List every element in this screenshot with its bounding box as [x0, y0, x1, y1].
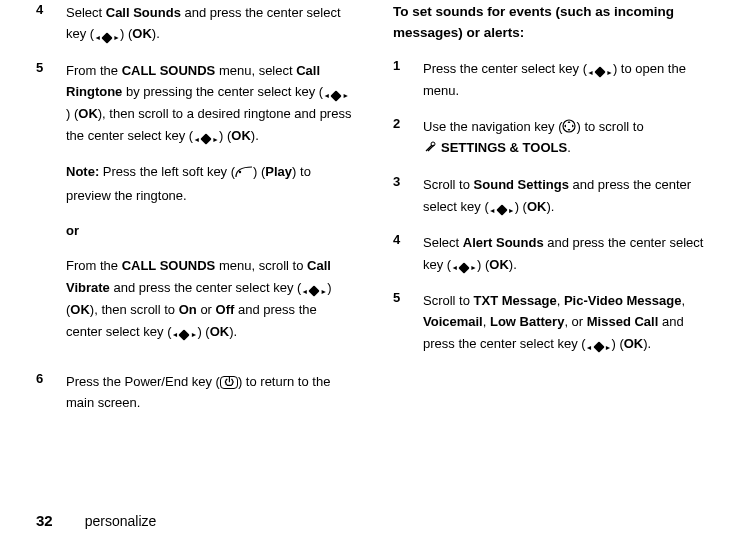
t: ). — [509, 257, 517, 272]
t: ) ( — [611, 336, 623, 351]
option-off: Off — [216, 302, 235, 317]
right-step5: 5 Scroll to TXT Message, Pic-Video Messa… — [393, 290, 710, 355]
step-body: Press the Power/End key (⏻) to return to… — [66, 371, 353, 414]
right-step3: 3 Scroll to Sound Settings and press the… — [393, 174, 710, 218]
t: and press the center select key ( — [110, 280, 301, 295]
right-step4: 4 Select Alert Sounds and press the cent… — [393, 232, 710, 276]
step-number: 5 — [36, 60, 66, 357]
t: ) ( — [253, 164, 265, 179]
ok-label: OK — [70, 302, 90, 317]
t: , — [483, 314, 490, 329]
t: Press the center select key ( — [423, 61, 587, 76]
menu-item-low-battery: Low Battery — [490, 314, 564, 329]
menu-item-voicemail: Voicemail — [423, 314, 483, 329]
right-column: To set sounds for events (such as incomi… — [393, 2, 710, 428]
right-step2: 2 Use the navigation key () to scroll to… — [393, 116, 710, 161]
step-number: 1 — [393, 58, 423, 102]
t: ) ( — [477, 257, 489, 272]
step-body: Select Call Sounds and press the center … — [66, 2, 353, 46]
center-select-icon: ◄► — [193, 126, 219, 147]
t: by pressing the center select key ( — [122, 84, 323, 99]
or-separator: or — [66, 220, 353, 241]
left-softkey-icon — [235, 163, 253, 184]
ok-label: OK — [210, 324, 230, 339]
menu-settings-tools: SETTINGS & TOOLS — [441, 140, 567, 155]
step-number: 3 — [393, 174, 423, 218]
svg-marker-4 — [564, 124, 566, 127]
ok-label: OK — [527, 199, 547, 214]
step-number: 5 — [393, 290, 423, 355]
menu-call-sounds: CALL SOUNDS — [122, 258, 216, 273]
power-end-key-icon: ⏻ — [220, 376, 238, 389]
left-step5: 5 From the CALL SOUNDS menu, select Call… — [36, 60, 353, 357]
center-select-icon: ◄► — [301, 278, 327, 299]
t: ) ( — [219, 128, 231, 143]
center-select-icon: ◄► — [489, 197, 515, 218]
center-select-icon: ◄► — [323, 82, 349, 103]
t: ). — [251, 128, 259, 143]
t: From the — [66, 258, 122, 273]
menu-item-call-sounds: Call Sounds — [106, 5, 181, 20]
svg-marker-3 — [568, 129, 571, 131]
t: ) to scroll to — [576, 119, 643, 134]
t: Use the navigation key ( — [423, 119, 562, 134]
option-on: On — [179, 302, 197, 317]
center-select-icon: ◄► — [586, 334, 612, 355]
t: , — [681, 293, 685, 308]
t: Scroll to — [423, 293, 474, 308]
navigation-key-icon — [562, 119, 576, 133]
play-label: Play — [265, 164, 292, 179]
t: From the — [66, 63, 122, 78]
t: ) ( — [66, 106, 78, 121]
t: . — [567, 140, 571, 155]
settings-tools-icon — [423, 139, 437, 160]
page-footer: 32 personalize — [36, 512, 156, 529]
t: Press the Power/End key ( — [66, 374, 220, 389]
menu-item-alert-sounds: Alert Sounds — [463, 235, 544, 250]
t: Select — [66, 5, 106, 20]
center-select-icon: ◄► — [587, 59, 613, 80]
left-column: 4 Select Call Sounds and press the cente… — [36, 2, 353, 428]
left-step4: 4 Select Call Sounds and press the cente… — [36, 2, 353, 46]
step-body: Press the center select key (◄►) to open… — [423, 58, 710, 102]
t: ). — [152, 26, 160, 41]
ok-label: OK — [132, 26, 152, 41]
t: Press the left soft key ( — [99, 164, 235, 179]
right-subheading: To set sounds for events (such as incomi… — [393, 2, 710, 44]
ok-label: OK — [231, 128, 251, 143]
ok-label: OK — [78, 106, 98, 121]
t: Scroll to — [423, 177, 474, 192]
ok-label: OK — [489, 257, 509, 272]
step-body: Scroll to Sound Settings and press the c… — [423, 174, 710, 218]
svg-point-0 — [239, 171, 241, 173]
note-label: Note: — [66, 164, 99, 179]
menu-item-txt-message: TXT Message — [474, 293, 557, 308]
svg-marker-2 — [568, 121, 571, 123]
left-step6: 6 Press the Power/End key (⏻) to return … — [36, 371, 353, 414]
t: ), then scroll to — [90, 302, 179, 317]
t: ) ( — [197, 324, 209, 339]
t: menu, select — [215, 63, 296, 78]
center-select-icon: ◄► — [172, 321, 198, 342]
step-number: 4 — [36, 2, 66, 46]
t: ). — [546, 199, 554, 214]
ok-label: OK — [624, 336, 644, 351]
svg-marker-5 — [572, 124, 574, 127]
menu-item-missed-call: Missed Call — [587, 314, 659, 329]
t: ). — [229, 324, 237, 339]
step-number: 2 — [393, 116, 423, 161]
menu-call-sounds: CALL SOUNDS — [122, 63, 216, 78]
t: , — [557, 293, 564, 308]
step-body: Select Alert Sounds and press the center… — [423, 232, 710, 276]
center-select-icon: ◄► — [451, 254, 477, 275]
t: , or — [564, 314, 586, 329]
step-body: Scroll to TXT Message, Pic-Video Message… — [423, 290, 710, 355]
t: or — [197, 302, 216, 317]
section-name: personalize — [85, 513, 157, 529]
step-body: Use the navigation key () to scroll to S… — [423, 116, 710, 161]
menu-item-sound-settings: Sound Settings — [474, 177, 569, 192]
step-number: 4 — [393, 232, 423, 276]
menu-item-pic-video-message: Pic-Video Message — [564, 293, 682, 308]
t: menu, scroll to — [215, 258, 307, 273]
t: Select — [423, 235, 463, 250]
